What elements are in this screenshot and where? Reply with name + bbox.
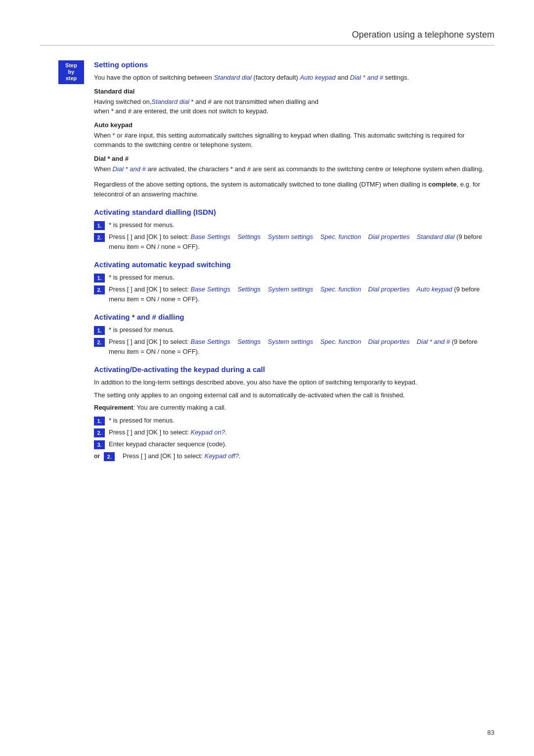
- step-line-2: 2. Press [ ] and [OK ] to select: Base S…: [94, 232, 494, 251]
- step-line-1: 1. * is pressed for menus.: [94, 220, 494, 230]
- setting-options-section: Setting options You have the option of s…: [94, 60, 494, 199]
- auto-step-line-2: 2. Press [ ] and [OK ] to select: Base S…: [94, 284, 494, 304]
- deactivating-step-line-2: 2. Press [ ] and [OK ] to select: Keypad…: [94, 427, 494, 437]
- deactivating-or-step-line: or 2. Press [ ] and [OK ] to select: Key…: [94, 451, 494, 461]
- deactivating-steps: 1. * is pressed for menus. 2. Press [ ] …: [94, 416, 494, 461]
- or-step-text-2: Press [ ] and [OK ] to select: Keypad of…: [123, 451, 494, 461]
- dial-hash-subsection: Dial * and # When Dial * and # are activ…: [94, 155, 494, 174]
- deactivating-step-text-3: Enter keypad character sequence (code).: [109, 439, 494, 449]
- activating-standard-section: Activating standard dialling (ISDN) 1. *…: [94, 208, 494, 251]
- auto-keypad-title: Auto keypad: [94, 121, 494, 129]
- activating-standard-title: Activating standard dialling (ISDN): [94, 208, 494, 216]
- right-column: Setting options You have the option of s…: [94, 60, 494, 470]
- content-area: Step by step Setting options You have th…: [40, 60, 494, 470]
- standard-dial-title: Standard dial: [94, 88, 494, 95]
- note-text: Regardless of the above setting options,…: [94, 180, 494, 199]
- page-number: 83: [488, 729, 494, 736]
- step-text-1: * is pressed for menus.: [109, 220, 494, 230]
- step-badge: Step by step: [58, 60, 84, 84]
- dialling-step-num-2: 2.: [94, 338, 105, 347]
- deactivating-step-text-2: Press [ ] and [OK ] to select: Keypad on…: [109, 427, 494, 437]
- dialling-step-num-1: 1.: [94, 326, 105, 335]
- dial-hash-title: Dial * and #: [94, 155, 494, 162]
- left-column: Step by step: [40, 60, 84, 470]
- activating-standard-steps: 1. * is pressed for menus. 2. Press [ ] …: [94, 220, 494, 251]
- deactivating-step-text-1: * is pressed for menus.: [109, 416, 494, 425]
- setting-options-title: Setting options: [94, 60, 494, 69]
- activating-dialling-steps: 1. * is pressed for menus. 2. Press [ ] …: [94, 325, 494, 356]
- auto-step-num-2: 2.: [94, 285, 105, 294]
- dial-link: Dial * and #: [350, 74, 383, 81]
- auto-keypad-text: When * or #are input, this setting autom…: [94, 131, 494, 150]
- activating-dialling-section: Activating * and # dialling 1. * is pres…: [94, 313, 494, 356]
- auto-keypad-subsection: Auto keypad When * or #are input, this s…: [94, 121, 494, 150]
- or-label: or: [94, 453, 100, 460]
- activating-auto-steps: 1. * is pressed for menus. 2. Press [ ] …: [94, 273, 494, 304]
- deactivating-step-line-3: 3. Enter keypad character sequence (code…: [94, 439, 494, 449]
- step-badge-line3: step: [66, 75, 77, 81]
- standard-dial-link: Standard dial: [214, 74, 252, 81]
- step-badge-line1: Step: [65, 62, 77, 68]
- standard-dial-subsection: Standard dial Having switched on,Standar…: [94, 88, 494, 116]
- auto-keypad-link: Auto keypad: [300, 74, 336, 81]
- deactivating-step-num-2: 2.: [94, 428, 105, 437]
- activating-dialling-title: Activating * and # dialling: [94, 313, 494, 321]
- deactivating-para1: In addition to the long-term settings de…: [94, 378, 494, 387]
- deactivating-step-line-1: 1. * is pressed for menus.: [94, 416, 494, 425]
- dial-hash-text: When Dial * and # are activated, the cha…: [94, 164, 494, 174]
- auto-step-num-1: 1.: [94, 274, 105, 283]
- deactivating-step-num-1: 1.: [94, 417, 105, 425]
- page-title: Operation using a telephone system: [40, 30, 494, 46]
- auto-step-line-1: 1. * is pressed for menus.: [94, 273, 494, 283]
- or-step-num-2: 2.: [104, 452, 115, 461]
- dialling-step-text-1: * is pressed for menus.: [109, 325, 494, 335]
- deactivating-para2: The setting only applies to an ongoing e…: [94, 390, 494, 400]
- auto-step-text-2: Press [ ] and [OK ] to select: Base Sett…: [109, 284, 494, 304]
- activating-deactivating-title: Activating/De-activating the keypad duri…: [94, 365, 494, 374]
- setting-options-intro: You have the option of switching between…: [94, 73, 494, 83]
- activating-deactivating-section: Activating/De-activating the keypad duri…: [94, 365, 494, 461]
- page: Operation using a telephone system Step …: [0, 0, 534, 756]
- deactivating-step-num-3: 3.: [94, 440, 105, 449]
- activating-auto-section: Activating automatic keypad switching 1.…: [94, 260, 494, 304]
- dialling-step-line-2: 2. Press [ ] and [OK ] to select: Base S…: [94, 337, 494, 356]
- deactivating-requirement: Requirement: You are currently making a …: [94, 403, 494, 413]
- step-badge-line2: by: [68, 69, 75, 75]
- activating-auto-title: Activating automatic keypad switching: [94, 260, 494, 269]
- step-text-2: Press [ ] and [OK ] to select: Base Sett…: [109, 232, 494, 251]
- standard-dial-text: Having switched on,Standard dial * and #…: [94, 97, 494, 116]
- page-title-text: Operation using a telephone system: [352, 30, 494, 40]
- dialling-step-line-1: 1. * is pressed for menus.: [94, 325, 494, 335]
- dialling-step-text-2: Press [ ] and [OK ] to select: Base Sett…: [109, 337, 494, 356]
- step-num-1: 1.: [94, 221, 105, 230]
- step-num-2: 2.: [94, 233, 105, 242]
- auto-step-text-1: * is pressed for menus.: [109, 273, 494, 283]
